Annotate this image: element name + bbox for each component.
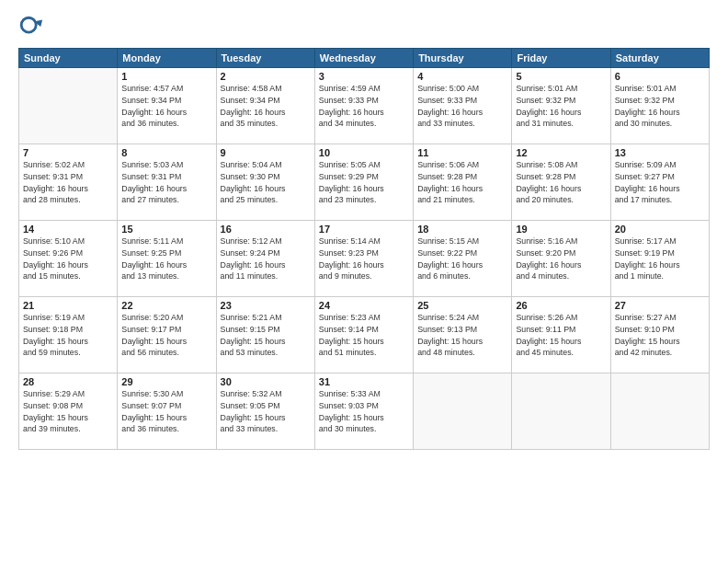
svg-point-1: [23, 19, 35, 31]
day-number: 9: [221, 147, 311, 158]
day-info: Sunrise: 4:58 AMSunset: 9:34 PMDaylight:…: [221, 83, 311, 130]
day-number: 6: [615, 71, 705, 82]
week-row-2: 7Sunrise: 5:02 AMSunset: 9:31 PMDaylight…: [19, 144, 710, 221]
day-number: 25: [417, 300, 507, 311]
day-number: 24: [319, 300, 409, 311]
day-cell-4: 4Sunrise: 5:00 AMSunset: 9:33 PMDaylight…: [414, 68, 512, 144]
day-number: 4: [417, 71, 507, 82]
day-info: Sunrise: 5:01 AMSunset: 9:32 PMDaylight:…: [516, 83, 606, 130]
day-info: Sunrise: 5:30 AMSunset: 9:07 PMDaylight:…: [121, 388, 211, 435]
day-number: 20: [615, 224, 705, 235]
day-number: 18: [417, 224, 507, 235]
day-info: Sunrise: 5:23 AMSunset: 9:14 PMDaylight:…: [319, 312, 409, 359]
day-number: 12: [516, 147, 606, 158]
day-cell-14: 14Sunrise: 5:10 AMSunset: 9:26 PMDayligh…: [19, 221, 118, 297]
day-info: Sunrise: 5:24 AMSunset: 9:13 PMDaylight:…: [417, 312, 507, 359]
day-number: 5: [516, 71, 606, 82]
day-cell-28: 28Sunrise: 5:29 AMSunset: 9:08 PMDayligh…: [19, 373, 118, 450]
day-info: Sunrise: 5:17 AMSunset: 9:19 PMDaylight:…: [615, 236, 705, 282]
day-info: Sunrise: 5:09 AMSunset: 9:27 PMDaylight:…: [615, 159, 705, 206]
logo: [18, 15, 48, 40]
calendar: SundayMondayTuesdayWednesdayThursdayFrid…: [18, 48, 710, 450]
empty-cell: [512, 373, 610, 450]
day-number: 21: [23, 300, 113, 311]
day-info: Sunrise: 5:03 AMSunset: 9:31 PMDaylight:…: [121, 159, 211, 206]
day-cell-16: 16Sunrise: 5:12 AMSunset: 9:24 PMDayligh…: [216, 221, 314, 297]
day-info: Sunrise: 4:59 AMSunset: 9:33 PMDaylight:…: [319, 83, 409, 130]
day-number: 7: [23, 147, 113, 158]
day-cell-2: 2Sunrise: 4:58 AMSunset: 9:34 PMDaylight…: [216, 68, 314, 144]
day-number: 28: [23, 376, 113, 387]
day-number: 15: [121, 224, 211, 235]
day-cell-5: 5Sunrise: 5:01 AMSunset: 9:32 PMDaylight…: [512, 68, 610, 144]
day-cell-29: 29Sunrise: 5:30 AMSunset: 9:07 PMDayligh…: [118, 373, 216, 450]
day-info: Sunrise: 5:29 AMSunset: 9:08 PMDaylight:…: [23, 388, 113, 435]
day-number: 14: [23, 224, 113, 235]
weekday-header-monday: Monday: [118, 49, 216, 68]
weekday-header-friday: Friday: [512, 49, 610, 68]
day-info: Sunrise: 5:10 AMSunset: 9:26 PMDaylight:…: [23, 236, 113, 282]
day-cell-1: 1Sunrise: 4:57 AMSunset: 9:34 PMDaylight…: [118, 68, 216, 144]
day-info: Sunrise: 5:32 AMSunset: 9:05 PMDaylight:…: [221, 388, 311, 435]
day-number: 19: [516, 224, 606, 235]
day-cell-3: 3Sunrise: 4:59 AMSunset: 9:33 PMDaylight…: [314, 68, 413, 144]
day-cell-12: 12Sunrise: 5:08 AMSunset: 9:28 PMDayligh…: [512, 144, 610, 221]
logo-icon: [18, 15, 44, 40]
day-number: 27: [615, 300, 705, 311]
day-cell-21: 21Sunrise: 5:19 AMSunset: 9:18 PMDayligh…: [19, 297, 118, 373]
day-info: Sunrise: 5:20 AMSunset: 9:17 PMDaylight:…: [121, 312, 211, 359]
day-info: Sunrise: 5:08 AMSunset: 9:28 PMDaylight:…: [516, 159, 606, 206]
day-number: 2: [221, 71, 311, 82]
day-cell-30: 30Sunrise: 5:32 AMSunset: 9:05 PMDayligh…: [216, 373, 314, 450]
day-info: Sunrise: 5:05 AMSunset: 9:29 PMDaylight:…: [319, 159, 409, 206]
day-cell-15: 15Sunrise: 5:11 AMSunset: 9:25 PMDayligh…: [118, 221, 216, 297]
day-info: Sunrise: 4:57 AMSunset: 9:34 PMDaylight:…: [121, 83, 211, 130]
day-info: Sunrise: 5:15 AMSunset: 9:22 PMDaylight:…: [417, 236, 507, 282]
day-cell-23: 23Sunrise: 5:21 AMSunset: 9:15 PMDayligh…: [216, 297, 314, 373]
day-info: Sunrise: 5:26 AMSunset: 9:11 PMDaylight:…: [516, 312, 606, 359]
day-cell-26: 26Sunrise: 5:26 AMSunset: 9:11 PMDayligh…: [512, 297, 610, 373]
day-number: 26: [516, 300, 606, 311]
day-info: Sunrise: 5:00 AMSunset: 9:33 PMDaylight:…: [417, 83, 507, 130]
day-info: Sunrise: 5:01 AMSunset: 9:32 PMDaylight:…: [615, 83, 705, 130]
day-cell-20: 20Sunrise: 5:17 AMSunset: 9:19 PMDayligh…: [610, 221, 709, 297]
day-cell-18: 18Sunrise: 5:15 AMSunset: 9:22 PMDayligh…: [414, 221, 512, 297]
day-cell-22: 22Sunrise: 5:20 AMSunset: 9:17 PMDayligh…: [118, 297, 216, 373]
week-row-4: 21Sunrise: 5:19 AMSunset: 9:18 PMDayligh…: [19, 297, 710, 373]
weekday-header-tuesday: Tuesday: [216, 49, 314, 68]
weekday-header-thursday: Thursday: [414, 49, 512, 68]
day-cell-7: 7Sunrise: 5:02 AMSunset: 9:31 PMDaylight…: [19, 144, 118, 221]
day-number: 30: [221, 376, 311, 387]
day-number: 22: [121, 300, 211, 311]
day-cell-27: 27Sunrise: 5:27 AMSunset: 9:10 PMDayligh…: [610, 297, 709, 373]
weekday-header-saturday: Saturday: [610, 49, 709, 68]
day-number: 8: [121, 147, 211, 158]
day-info: Sunrise: 5:16 AMSunset: 9:20 PMDaylight:…: [516, 236, 606, 282]
day-number: 29: [121, 376, 211, 387]
day-info: Sunrise: 5:06 AMSunset: 9:28 PMDaylight:…: [417, 159, 507, 206]
day-info: Sunrise: 5:12 AMSunset: 9:24 PMDaylight:…: [221, 236, 311, 282]
header: [18, 15, 710, 40]
day-number: 23: [221, 300, 311, 311]
day-number: 31: [319, 376, 409, 387]
week-row-5: 28Sunrise: 5:29 AMSunset: 9:08 PMDayligh…: [19, 373, 710, 450]
day-info: Sunrise: 5:21 AMSunset: 9:15 PMDaylight:…: [221, 312, 311, 359]
day-cell-19: 19Sunrise: 5:16 AMSunset: 9:20 PMDayligh…: [512, 221, 610, 297]
day-info: Sunrise: 5:11 AMSunset: 9:25 PMDaylight:…: [121, 236, 211, 282]
day-cell-17: 17Sunrise: 5:14 AMSunset: 9:23 PMDayligh…: [314, 221, 413, 297]
day-cell-9: 9Sunrise: 5:04 AMSunset: 9:30 PMDaylight…: [216, 144, 314, 221]
week-row-1: 1Sunrise: 4:57 AMSunset: 9:34 PMDaylight…: [19, 68, 710, 144]
empty-cell: [414, 373, 512, 450]
day-info: Sunrise: 5:19 AMSunset: 9:18 PMDaylight:…: [23, 312, 113, 359]
day-cell-11: 11Sunrise: 5:06 AMSunset: 9:28 PMDayligh…: [414, 144, 512, 221]
empty-cell: [19, 68, 118, 144]
day-number: 11: [417, 147, 507, 158]
weekday-header-wednesday: Wednesday: [314, 49, 413, 68]
day-cell-6: 6Sunrise: 5:01 AMSunset: 9:32 PMDaylight…: [610, 68, 709, 144]
day-cell-10: 10Sunrise: 5:05 AMSunset: 9:29 PMDayligh…: [314, 144, 413, 221]
day-cell-24: 24Sunrise: 5:23 AMSunset: 9:14 PMDayligh…: [314, 297, 413, 373]
day-number: 17: [319, 224, 409, 235]
day-number: 13: [615, 147, 705, 158]
day-cell-25: 25Sunrise: 5:24 AMSunset: 9:13 PMDayligh…: [414, 297, 512, 373]
day-info: Sunrise: 5:27 AMSunset: 9:10 PMDaylight:…: [615, 312, 705, 359]
